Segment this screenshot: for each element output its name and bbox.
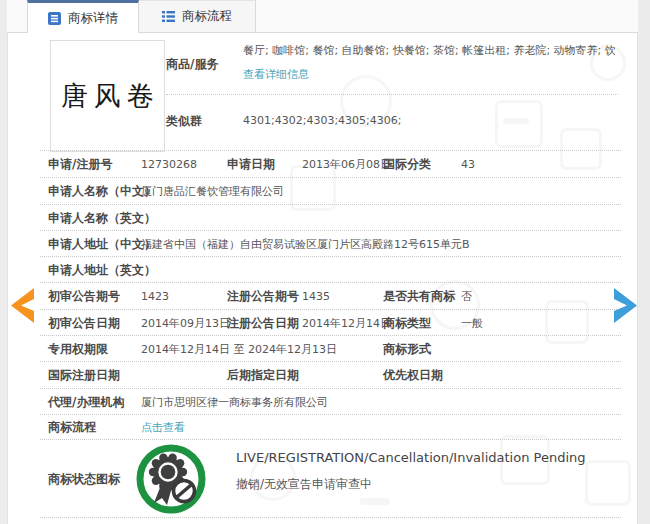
previous-arrow-button[interactable] <box>9 288 36 323</box>
field-value: 43 <box>461 158 475 171</box>
divider <box>166 94 618 95</box>
trademark-name: 唐风卷 <box>61 78 160 114</box>
table-row: 申请人地址（中文） 福建省中国（福建）自由贸易试验区厦门片区高殿路12号615单… <box>40 231 621 257</box>
table-row: 初审公告期号 1423 注册公告期号 1435 是否共有商标 否 <box>40 283 621 310</box>
field-label: 申请日期 <box>227 156 275 173</box>
field-label: 申请人名称（中文） <box>48 183 156 200</box>
tab-label: 商标详情 <box>68 10 118 27</box>
field-label: 申请人地址（英文） <box>48 261 156 278</box>
field-label: 初审公告期号 <box>48 288 120 305</box>
field-value: 厦门市思明区律一商标事务所有限公司 <box>141 394 328 409</box>
view-details-link[interactable]: 查看详细信息 <box>243 67 309 82</box>
table-row: 申请人名称（英文） <box>40 205 621 231</box>
field-label: 专用权期限 <box>48 340 108 357</box>
detail-document-icon <box>48 12 61 25</box>
field-label: 申请/注册号 <box>48 156 112 173</box>
field-value: 2014年12月14日 <box>302 315 391 330</box>
field-label: 注册公告日期 <box>227 314 299 331</box>
tab-bar: 商标详情 商标流程 <box>7 0 638 33</box>
field-value: 厦门唐品汇餐饮管理有限公司 <box>141 184 284 199</box>
table-row: 国际注册日期 后期指定日期 优先权日期 <box>40 362 621 389</box>
goods-services-value: 餐厅; 咖啡馆; 餐馆; 自助餐馆; 快餐馆; 茶馆; 帐篷出租; 养老院; 动… <box>243 43 615 58</box>
field-label: 后期指定日期 <box>227 367 299 384</box>
process-list-icon <box>162 10 175 23</box>
field-label: 申请人地址（中文） <box>48 235 156 252</box>
field-value: 福建省中国（福建）自由贸易试验区厦门片区高殿路12号615单元B <box>141 236 470 251</box>
table-row: 申请人地址（英文） <box>40 257 621 283</box>
click-to-view-link[interactable]: 点击查看 <box>141 420 185 435</box>
field-label: 注册公告期号 <box>227 288 299 305</box>
trademark-image: 唐风卷 <box>50 40 165 152</box>
table-row: 商标流程 点击查看 <box>40 415 621 440</box>
next-arrow-button[interactable] <box>612 288 639 323</box>
field-value: 否 <box>461 289 472 304</box>
field-value: 12730268 <box>141 158 197 171</box>
similar-group-label: 类似群 <box>166 113 202 130</box>
field-label: 国际分类 <box>383 156 431 173</box>
field-label: 国际注册日期 <box>48 367 120 384</box>
field-label: 商标类型 <box>383 314 431 331</box>
trademark-status-badge-icon <box>135 443 207 515</box>
goods-services-label: 商品/服务 <box>166 56 218 73</box>
status-text: LIVE/REGISTRATION/Cancellation/Invalidat… <box>236 450 586 493</box>
field-label: 是否共有商标 <box>383 288 455 305</box>
tab-label: 商标流程 <box>182 8 232 25</box>
table-row: 专用权期限 2014年12月14日 至 2024年12月13日 商标形式 <box>40 336 621 362</box>
field-label: 初审公告日期 <box>48 314 120 331</box>
field-label: 代理/办理机构 <box>48 393 124 410</box>
field-value: 1435 <box>302 290 330 303</box>
status-line-en: LIVE/REGISTRATION/Cancellation/Invalidat… <box>236 450 586 465</box>
table-row: 申请/注册号 12730268 申请日期 2013年06月08日 国际分类 43 <box>40 150 621 178</box>
tab-trademark-detail[interactable]: 商标详情 <box>27 0 139 33</box>
status-line-cn: 撤销/无效宣告申请审查中 <box>236 476 586 493</box>
table-row: 代理/办理机构 厦门市思明区律一商标事务所有限公司 <box>40 389 621 415</box>
similar-group-value: 4301;4302;4303;4305;4306; <box>243 114 402 127</box>
status-row: 商标状态图标 LIVE/REGISTRATION/Cancellation/In… <box>40 440 621 518</box>
status-icon-label: 商标状态图标 <box>48 470 120 487</box>
field-label: 商标流程 <box>48 419 96 436</box>
tab-trademark-process[interactable]: 商标流程 <box>139 0 256 32</box>
field-value: 一般 <box>461 315 483 330</box>
field-label: 优先权日期 <box>383 367 443 384</box>
field-value: 2014年09月13日 <box>141 315 230 330</box>
table-row: 申请人名称（中文） 厦门唐品汇餐饮管理有限公司 <box>40 178 621 205</box>
field-value: 1423 <box>141 290 169 303</box>
field-value: 2014年12月14日 至 2024年12月13日 <box>141 341 337 356</box>
field-label: 申请人名称（英文） <box>48 209 156 226</box>
field-value: 2013年06月08日 <box>302 157 391 172</box>
table-row: 初审公告日期 2014年09月13日 注册公告日期 2014年12月14日 商标… <box>40 310 621 336</box>
field-label: 商标形式 <box>383 340 431 357</box>
